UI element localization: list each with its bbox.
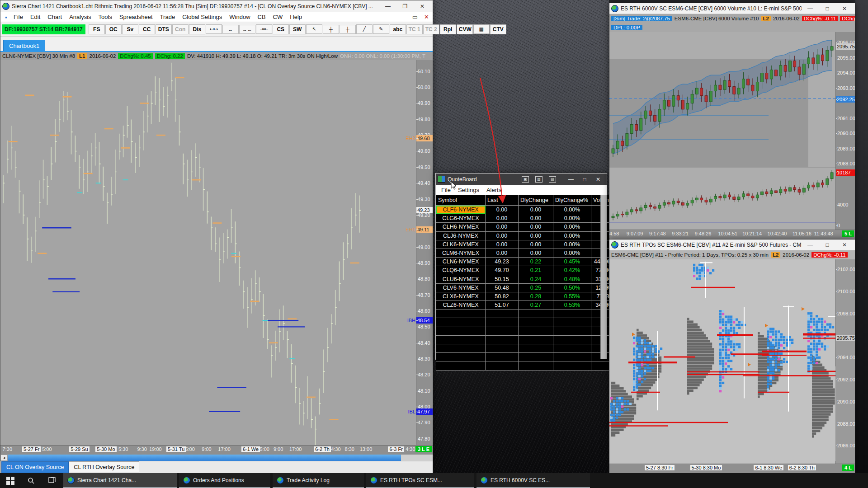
toolbar-button-rpl[interactable]: Rpl [440,24,456,34]
menu-window[interactable]: Window [226,14,254,20]
taskbar-app-orders-and-positions[interactable]: Orders And Positions [179,473,270,488]
quote-row[interactable]: CLU6-NYMEX50.150.240.48%31.9K [436,275,615,283]
tpo-chart-region[interactable]: 2102.002100.002098.002094.002092.002090.… [609,259,855,464]
chartbook-tab[interactable]: Chartbook1 [3,40,45,51]
toolbar-button-sv[interactable]: Sv [122,24,138,34]
menu-global-settings[interactable]: Global Settings [179,14,226,20]
tpo-price-scale[interactable]: 2102.002100.002098.002094.002092.002090.… [835,259,855,464]
menu-edit[interactable]: Edit [27,14,44,20]
quote-row[interactable]: CLV6-NYMEX50.480.250.50%12.9K [436,283,615,292]
mdi-close-icon[interactable]: ✕ [420,14,433,20]
menu-file[interactable]: File [10,14,27,20]
quoteboard-scrollbar[interactable] [600,195,607,359]
menu-cw[interactable]: CW [269,14,287,20]
taskbar-search-button[interactable] [21,473,42,488]
tpo-minimize-button[interactable]: — [802,239,819,250]
toolbar-button-cvw[interactable]: CVW [457,24,473,34]
column-header-dlychange%[interactable]: DlyChange% [553,195,591,206]
close-button[interactable]: ✕ [414,1,431,12]
maximize-button[interactable]: ❐ [396,1,414,12]
quote-row[interactable]: CLX6-NYMEX50.820.280.55%7723 [436,292,615,300]
quote-row[interactable]: CLK6-NYMEX0.000.000.00%0 [436,240,615,249]
start-button[interactable] [0,473,21,488]
taskbar-app-sierra-chart-1421-cha-[interactable]: Sierra Chart 1421 Cha... [63,473,177,488]
quote-row[interactable]: CLF6-NYMEX0.000.000.00%0 [436,206,615,214]
es-close-button[interactable]: ✕ [836,3,853,14]
qb-menu-alerts[interactable]: Alerts [483,187,505,193]
es-time-axis[interactable]: 4:589:07:099:17:489:33:219:48:2610:04:51… [609,230,855,239]
cl-chart-region[interactable]: EH2EH1IBHIBL 50.1050.0049.9049.8049.7049… [0,60,433,445]
ray-tool-icon[interactable]: ✎ [373,24,389,34]
layout-rows-icon[interactable]: ▤ [549,176,556,183]
tpo-maximize-button[interactable]: □ [819,239,836,250]
es-chart-plot[interactable] [609,32,837,168]
tpo-grid-icon[interactable]: ▦ [473,24,490,34]
time-label: 19:00 [149,446,162,452]
toolbar-button-ctv[interactable]: CTV [490,24,506,34]
qb-close-button[interactable]: ✕ [591,174,605,185]
qb-menu-file[interactable]: File [438,187,454,193]
cl-chart-plot[interactable]: EH2EH1IBHIBL [0,60,417,445]
mdi-minimize-icon[interactable]: ▭ [410,14,420,20]
toolbar-button-abc[interactable]: abc [390,24,406,34]
cl-time-axis[interactable]: 7:305-27 Fr5:005-29 Su5-30 Mo5:309:3019:… [0,445,433,455]
tpo-close-button[interactable]: ✕ [836,239,853,250]
bottom-tab-cl-rth-overlay-source[interactable]: CL RTH Overlay Source [69,461,139,473]
trendline-tool-icon[interactable]: ╱ [356,24,373,34]
quoteboard-table[interactable]: SymbolLastDlyChangeDlyChange%VolumeCLF6-… [436,195,615,371]
menu-trade[interactable]: Trade [156,14,179,20]
es-minimize-button[interactable]: — [802,3,819,14]
task-view-button[interactable] [42,473,62,488]
menu-chart[interactable]: Chart [44,14,66,20]
tpo-time-axis[interactable]: 5-27 8:30 Fr5-30 8:30 Mo6-1 8:30 We6-2 8… [609,464,855,473]
bar-spacing-increase-icon[interactable]: ↔ [222,25,239,34]
squeeze-bars-icon[interactable]: →← [239,25,255,34]
minimize-button[interactable]: — [379,1,396,12]
taskbar-app-trade-activity-log[interactable]: Trade Activity Log [273,473,364,488]
es-price-scale[interactable]: 2096.002095.002094.002093.002091.002090.… [835,32,855,230]
es-chart-region[interactable]: 2096.002095.002094.002093.002091.002090.… [609,32,855,230]
quote-row[interactable]: CLG6-NYMEX0.000.000.00%0 [436,214,615,223]
quote-row[interactable]: CLJ6-NYMEX0.000.000.00%0 [436,231,615,240]
scrollbar-thumb[interactable] [8,455,401,461]
crosshair-tool-icon[interactable]: ┼ [323,25,339,34]
pointer-tool-icon[interactable]: ↖ [306,24,322,34]
es-maximize-button[interactable]: □ [819,3,836,14]
layout-columns-icon[interactable]: ▥ [535,176,542,183]
restore-icon[interactable]: ▣ [522,176,529,183]
quote-row[interactable]: CLH6-NYMEX0.000.000.00%0 [436,223,615,231]
toolbar-button-cs[interactable]: CS [273,24,289,34]
bottom-tab-cl-on-overlay-source[interactable]: CL ON Overlay Source [1,461,69,473]
toolbar-button-cc[interactable]: CC [139,24,155,34]
bar-spacing-decrease-icon[interactable]: ↤↦ [206,24,222,34]
toolbar-button-oc[interactable]: OC [105,24,122,34]
toolbar-button-fs[interactable]: FS [89,24,105,34]
menu-spreadsheet[interactable]: Spreadsheet [116,14,156,20]
qb-minimize-button[interactable]: — [564,174,578,185]
qb-maximize-button[interactable]: □ [578,174,591,185]
menu-help[interactable]: Help [286,14,306,20]
es-subgraph-plot[interactable] [609,168,837,230]
quote-row[interactable]: CLM6-NYMEX0.000.000.00%0 [436,249,615,257]
quote-row[interactable]: CLZ6-NYMEX51.070.270.53%34.3K [436,301,615,310]
cl-horizontal-scrollbar[interactable]: ◂ [0,455,433,461]
toolbar-button-dis[interactable]: Dis [189,24,205,34]
scroll-left-icon[interactable]: ◂ [0,455,8,461]
column-header-symbol[interactable]: Symbol [436,195,486,206]
menu-analysis[interactable]: Analysis [66,14,94,20]
toolbar-button-dts[interactable]: DTS [156,24,172,34]
qb-menu-settings[interactable]: Settings [454,187,483,193]
quote-row[interactable]: CLN6-NYMEX49.230.220.45%441.9K [436,258,615,266]
cl-price-scale[interactable]: 50.1050.0049.9049.8049.7049.6049.5049.40… [416,60,433,445]
taskbar-app-es-rth-tpos-sc-esm-[interactable]: ES RTH TPOs SC ESM... [366,473,474,488]
column-header-last[interactable]: Last [486,195,519,206]
taskbar-app-es-rth-6000v-sc-es-[interactable]: ES RTH 6000V SC ES... [476,473,590,488]
horizontal-line-tool-icon[interactable]: ╪ [340,25,356,34]
menu-cb[interactable]: CB [254,14,269,20]
toolbar-button-sw[interactable]: SW [289,24,306,34]
column-header-dlychange[interactable]: DlyChange [519,195,553,206]
menu-tools[interactable]: Tools [95,14,116,20]
expand-bars-icon[interactable]: ⇥⇤ [256,24,272,34]
quote-row[interactable]: CLQ6-NYMEX49.700.210.42%77.7K [436,266,615,275]
tpo-chart-plot[interactable] [609,259,837,464]
